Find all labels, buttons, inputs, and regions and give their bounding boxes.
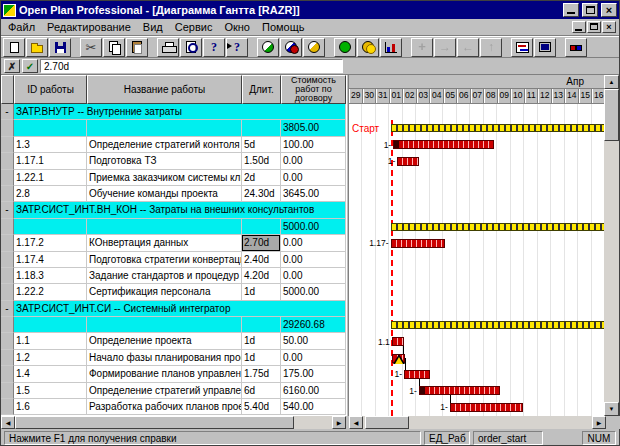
vertical-scroll-track[interactable] — [604, 89, 619, 402]
minimize-button[interactable] — [563, 3, 579, 17]
histogram-button[interactable] — [380, 38, 402, 57]
network-view-button[interactable] — [565, 38, 587, 57]
id-cell[interactable]: 1.4 — [14, 366, 87, 382]
task-bar[interactable] — [404, 370, 430, 379]
name-cell[interactable] — [87, 219, 242, 235]
id-cell[interactable]: 1.17.2 — [14, 235, 87, 251]
header-name-column[interactable]: Название работы — [87, 75, 242, 104]
paste-button[interactable] — [126, 38, 148, 57]
help-button[interactable]: ? — [203, 38, 225, 57]
menu-item-3[interactable]: Сервис — [169, 20, 219, 34]
duration-cell[interactable] — [242, 317, 281, 333]
duration-cell[interactable]: 2d — [242, 170, 281, 186]
milestone-marker[interactable] — [393, 354, 405, 364]
name-cell[interactable]: Определение проекта — [87, 333, 242, 349]
duration-cell[interactable]: 6d — [242, 383, 281, 399]
cost-cell[interactable]: 540.00 — [281, 399, 346, 415]
id-cell[interactable]: 1.1 — [14, 333, 87, 349]
gantt-view-button[interactable] — [511, 38, 533, 57]
expand-cell[interactable]: - — [1, 202, 14, 218]
open-file-button[interactable] — [26, 38, 48, 57]
cost-cell[interactable]: 50.00 — [281, 333, 346, 349]
cut-button[interactable]: ✂ — [80, 38, 102, 57]
total-cost-cell[interactable]: 5000.00 — [281, 219, 346, 235]
cost-cell[interactable]: 0.00 — [281, 268, 346, 284]
id-cell[interactable]: 1.5 — [14, 383, 87, 399]
id-cell[interactable] — [14, 219, 87, 235]
selected-duration-cell[interactable]: 2.70d — [242, 235, 281, 251]
cost-cell[interactable]: 6160.00 — [281, 383, 346, 399]
cost-cell[interactable]: 5000.00 — [281, 284, 346, 300]
menu-item-1[interactable]: Редактирование — [41, 20, 137, 34]
link-forward-button[interactable]: → — [434, 38, 456, 57]
duration-cell[interactable]: 1.50d — [242, 153, 281, 169]
name-cell[interactable]: Определение стратегий управления и — [87, 383, 242, 399]
duration-cell[interactable]: 5.40d — [242, 399, 281, 415]
print-button[interactable] — [157, 38, 179, 57]
summary-bar[interactable] — [391, 321, 605, 329]
resource-scheduling-button[interactable] — [280, 38, 302, 57]
gantt-scroll-thumb[interactable] — [365, 416, 409, 429]
edit-accept-button[interactable]: ✓ — [22, 59, 38, 73]
edit-cancel-button[interactable]: ✗ — [4, 59, 20, 73]
cell-edit-input[interactable] — [40, 59, 343, 73]
table-scroll-left-button[interactable]: ◀ — [1, 416, 15, 429]
id-cell[interactable]: 1.22.2 — [14, 284, 87, 300]
cost-cell[interactable]: 0.00 — [281, 153, 346, 169]
id-cell[interactable]: 1.3 — [14, 137, 87, 153]
cost-cell[interactable]: 175.00 — [281, 366, 346, 382]
name-cell[interactable]: Задание стандартов и процедур по д — [87, 268, 242, 284]
menu-item-4[interactable]: Окно — [218, 20, 256, 34]
name-cell[interactable]: Приемка заказчиком системы клиент — [87, 170, 242, 186]
id-cell[interactable] — [14, 120, 87, 136]
mdi-minimize-button[interactable] — [572, 21, 586, 33]
total-cost-cell[interactable]: 3805.00 — [281, 120, 346, 136]
id-cell[interactable]: 2.8 — [14, 186, 87, 202]
vertical-scroll-thumb[interactable] — [604, 89, 619, 141]
cost-cell[interactable]: 3645.00 — [281, 186, 346, 202]
group-name-cell[interactable]: ЗАТР.СИСТ_ИНТ.ВН_КОН -- Затраты на внешн… — [14, 202, 346, 218]
mdi-close-button[interactable]: × — [602, 21, 616, 33]
group-name-cell[interactable]: ЗАТР.СИСТ_ИНТ.СИ -- Системный интегратор — [14, 301, 346, 317]
id-cell[interactable]: 1.17.4 — [14, 252, 87, 268]
duration-cell[interactable]: 24.30d — [242, 186, 281, 202]
task-bar[interactable] — [393, 140, 494, 149]
gantt-scroll-right-button[interactable]: ▶ — [592, 416, 606, 429]
duration-cell[interactable]: 1.75d — [242, 366, 281, 382]
cost-cell[interactable]: 100.00 — [281, 137, 346, 153]
mdi-restore-button[interactable] — [587, 21, 601, 33]
name-cell[interactable]: Подготовка ТЗ — [87, 153, 242, 169]
summary-bar[interactable] — [391, 223, 605, 231]
new-file-button[interactable] — [3, 38, 25, 57]
summary-bar[interactable] — [391, 124, 605, 132]
total-cost-cell[interactable]: 29260.68 — [281, 317, 346, 333]
scroll-up-button[interactable]: ▲ — [604, 75, 619, 89]
header-duration-column[interactable]: Длит. — [242, 75, 281, 104]
name-cell[interactable] — [87, 317, 242, 333]
name-cell[interactable]: Сертификация персонала — [87, 284, 242, 300]
progress-button[interactable] — [334, 38, 356, 57]
duration-cell[interactable] — [242, 120, 281, 136]
time-analysis-button[interactable] — [257, 38, 279, 57]
duration-cell[interactable]: 5d — [242, 137, 281, 153]
cost-cell[interactable]: 0.00 — [281, 170, 346, 186]
link-back-button[interactable]: ← — [457, 38, 479, 57]
duration-cell[interactable]: 1d — [242, 284, 281, 300]
close-button[interactable]: × — [601, 3, 617, 17]
name-cell[interactable]: Начало фазы планирования проекта — [87, 350, 242, 366]
name-cell[interactable]: Обучение команды проекта — [87, 186, 242, 202]
id-cell[interactable] — [14, 317, 87, 333]
name-cell[interactable]: Подготовка стратегии конвертации — [87, 252, 242, 268]
group-name-cell[interactable]: ЗАТР.ВНУТР -- Внутренние затраты — [14, 104, 346, 120]
menu-item-5[interactable]: Помощь — [256, 20, 311, 34]
scroll-down-button[interactable]: ▼ — [604, 402, 619, 416]
maximize-button[interactable] — [582, 3, 598, 17]
duration-cell[interactable] — [242, 219, 281, 235]
duration-cell[interactable]: 2.40d — [242, 252, 281, 268]
task-bar[interactable] — [391, 239, 445, 248]
name-cell[interactable]: Разработка рабочих планов проекта — [87, 399, 242, 415]
name-cell[interactable] — [87, 120, 242, 136]
save-file-button[interactable] — [49, 38, 71, 57]
cost-cell[interactable]: 0.00 — [281, 252, 346, 268]
context-help-button[interactable]: ? — [226, 38, 248, 57]
